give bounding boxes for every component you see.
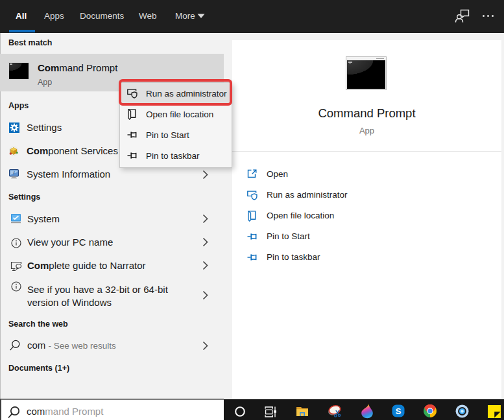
svg-text:S: S [396,406,402,416]
svg-text:i: i [14,170,15,175]
